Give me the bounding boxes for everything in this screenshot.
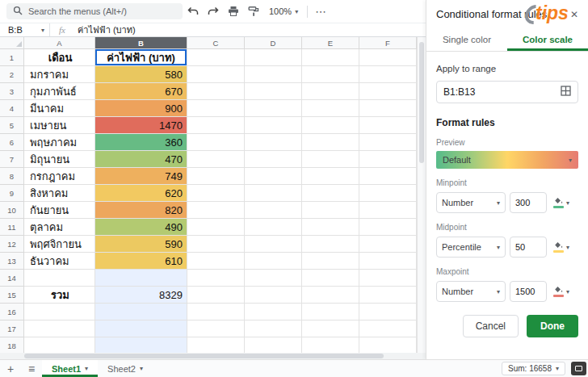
vertical-scrollbar[interactable] — [417, 37, 426, 353]
cell-C6[interactable] — [187, 134, 245, 151]
cell-F4[interactable] — [359, 100, 417, 117]
cell-B11[interactable]: 490 — [95, 219, 187, 236]
cell-C2[interactable] — [187, 66, 245, 83]
cell-A15[interactable]: รวม — [24, 287, 95, 304]
cell-E14[interactable] — [302, 270, 359, 287]
cell-E4[interactable] — [302, 100, 359, 117]
cell-A7[interactable]: มิถุนายน — [24, 151, 95, 168]
cell-F8[interactable] — [359, 168, 417, 185]
cell-B10[interactable]: 820 — [95, 202, 187, 219]
cell-E6[interactable] — [302, 134, 359, 151]
cell-A1[interactable]: เดือน — [24, 49, 95, 66]
done-button[interactable]: Done — [527, 315, 578, 337]
cell-F3[interactable] — [359, 83, 417, 100]
row-header-1[interactable]: 1 — [0, 49, 24, 66]
cell-C8[interactable] — [187, 168, 245, 185]
cell-F2[interactable] — [359, 66, 417, 83]
column-header-D[interactable]: D — [245, 37, 302, 49]
cell-B5[interactable]: 1470 — [95, 117, 187, 134]
select-range-icon[interactable] — [561, 86, 571, 98]
cell-C1[interactable] — [187, 49, 245, 66]
tab-single-color[interactable]: Single color — [426, 28, 507, 51]
cell-A10[interactable]: กันยายน — [24, 202, 95, 219]
cell-F18[interactable] — [359, 337, 417, 353]
cell-D12[interactable] — [245, 236, 302, 253]
cell-B2[interactable]: 580 — [95, 66, 187, 83]
cell-C12[interactable] — [187, 236, 245, 253]
cell-D18[interactable] — [245, 337, 302, 353]
cell-D11[interactable] — [245, 219, 302, 236]
row-header-15[interactable]: 15 — [0, 287, 24, 304]
cell-B18[interactable] — [95, 337, 187, 353]
midpoint-type-dropdown[interactable]: Percentile ▾ — [436, 237, 506, 258]
maxpoint-color-picker[interactable]: ▾ — [551, 284, 572, 299]
minpoint-value-input[interactable]: 300 — [510, 192, 547, 213]
cell-F10[interactable] — [359, 202, 417, 219]
cell-C3[interactable] — [187, 83, 245, 100]
cell-B13[interactable]: 610 — [95, 253, 187, 270]
column-header-E[interactable]: E — [302, 37, 359, 49]
cell-B17[interactable] — [95, 320, 187, 337]
cell-F15[interactable] — [359, 287, 417, 304]
cell-E13[interactable] — [302, 253, 359, 270]
tab-color-scale[interactable]: Color scale — [507, 28, 588, 51]
cell-A6[interactable]: พฤษภาคม — [24, 134, 95, 151]
row-header-13[interactable]: 13 — [0, 253, 24, 270]
cell-A13[interactable]: ธันวาคม — [24, 253, 95, 270]
sum-dropdown[interactable]: Sum: 16658 ▾ — [502, 362, 565, 375]
cell-E8[interactable] — [302, 168, 359, 185]
cell-D2[interactable] — [245, 66, 302, 83]
cell-D17[interactable] — [245, 320, 302, 337]
cell-E17[interactable] — [302, 320, 359, 337]
cell-F14[interactable] — [359, 270, 417, 287]
cell-B8[interactable]: 749 — [95, 168, 187, 185]
cell-C18[interactable] — [187, 337, 245, 353]
close-icon[interactable]: ✕ — [570, 9, 578, 20]
cell-B4[interactable]: 900 — [95, 100, 187, 117]
cell-B3[interactable]: 670 — [95, 83, 187, 100]
row-header-5[interactable]: 5 — [0, 117, 24, 134]
cell-A12[interactable]: พฤศจิกายน — [24, 236, 95, 253]
menu-search-input[interactable]: Search the menus (Alt+/) — [6, 3, 183, 19]
preview-bar[interactable]: Default ▾ — [436, 151, 578, 169]
column-header-C[interactable]: C — [187, 37, 245, 49]
cell-F11[interactable] — [359, 219, 417, 236]
maxpoint-type-dropdown[interactable]: Number ▾ — [436, 281, 506, 302]
cell-D10[interactable] — [245, 202, 302, 219]
column-header-A[interactable]: A — [24, 37, 95, 49]
cell-F6[interactable] — [359, 134, 417, 151]
horizontal-scrollbar[interactable] — [0, 353, 417, 359]
cell-E16[interactable] — [302, 304, 359, 320]
cell-C11[interactable] — [187, 219, 245, 236]
cell-C4[interactable] — [187, 100, 245, 117]
cell-C13[interactable] — [187, 253, 245, 270]
redo-button[interactable] — [203, 2, 223, 20]
undo-button[interactable] — [183, 2, 203, 20]
minpoint-type-dropdown[interactable]: Number ▾ — [436, 192, 506, 213]
cell-B7[interactable]: 470 — [95, 151, 187, 168]
row-header-8[interactable]: 8 — [0, 168, 24, 185]
formula-input[interactable]: ค่าไฟฟ้า (บาท) — [74, 23, 136, 37]
row-header-11[interactable]: 11 — [0, 219, 24, 236]
cell-D7[interactable] — [245, 151, 302, 168]
midpoint-value-input[interactable]: 50 — [510, 237, 547, 258]
cell-B1[interactable]: ค่าไฟฟ้า (บาท) — [95, 49, 187, 66]
cell-F16[interactable] — [359, 304, 417, 320]
column-header-F[interactable]: F — [359, 37, 417, 49]
cell-C16[interactable] — [187, 304, 245, 320]
horizontal-scrollbar-thumb[interactable] — [24, 354, 384, 358]
cell-D6[interactable] — [245, 134, 302, 151]
cell-A2[interactable]: มกราคม — [24, 66, 95, 83]
cell-A17[interactable] — [24, 320, 95, 337]
row-header-6[interactable]: 6 — [0, 134, 24, 151]
row-header-12[interactable]: 12 — [0, 236, 24, 253]
all-sheets-icon[interactable]: ≡ — [21, 360, 42, 377]
cell-D13[interactable] — [245, 253, 302, 270]
cell-B9[interactable]: 620 — [95, 185, 187, 202]
row-header-14[interactable]: 14 — [0, 270, 24, 287]
cell-D4[interactable] — [245, 100, 302, 117]
minpoint-color-picker[interactable]: ▾ — [551, 195, 572, 210]
cell-E3[interactable] — [302, 83, 359, 100]
sheet-tab-sheet1[interactable]: Sheet1 ▾ — [42, 360, 98, 377]
print-button[interactable] — [223, 2, 243, 20]
